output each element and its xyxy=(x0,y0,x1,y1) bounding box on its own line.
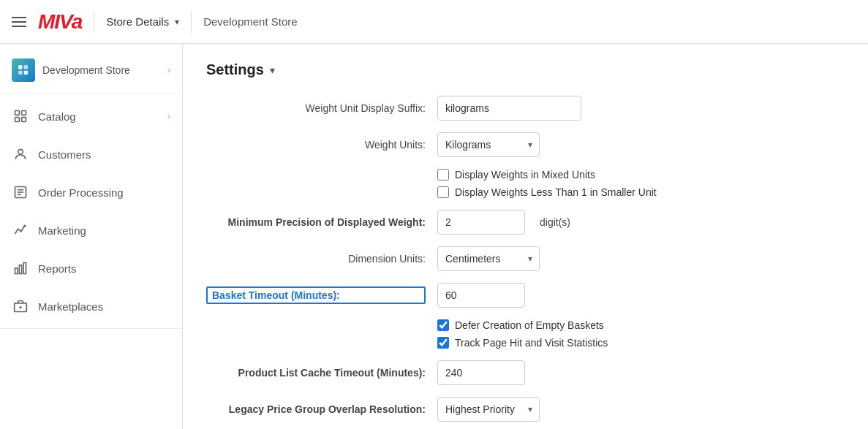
svg-rect-7 xyxy=(22,118,26,122)
product-cache-row: Product List Cache Timeout (Minutes): xyxy=(206,360,845,385)
weight-checkbox-group: Display Weights in Mixed Units Display W… xyxy=(437,169,657,198)
sidebar-item-label-order-processing: Order Processing xyxy=(38,186,124,199)
weight-unit-suffix-label: Weight Unit Display Suffix: xyxy=(206,102,426,114)
content-panel: Settings ▾ Weight Unit Display Suffix: W… xyxy=(183,44,868,429)
svg-rect-6 xyxy=(22,111,26,115)
display-mixed-row: Display Weights in Mixed Units xyxy=(437,169,657,181)
customers-icon xyxy=(12,145,29,163)
legacy-price-select-wrapper: Highest Priority Lowest Priority Average… xyxy=(437,397,540,422)
store-details-label: Store Details xyxy=(106,15,169,28)
dimension-units-select-wrapper: Centimeters Inches Meters Feet ▾ xyxy=(437,246,540,271)
sidebar-item-marketplaces[interactable]: Marketplaces xyxy=(0,287,182,325)
legacy-price-row: Legacy Price Group Overlap Resolution: H… xyxy=(206,397,845,422)
weight-checkboxes-row: Display Weights in Mixed Units Display W… xyxy=(206,169,845,198)
sidebar-store-name: Development Store xyxy=(42,64,130,76)
product-cache-input[interactable] xyxy=(437,360,525,385)
track-page-label: Track Page Hit and Visit Statistics xyxy=(455,337,608,349)
miva-logo: MIVa xyxy=(38,10,82,34)
min-precision-input[interactable] xyxy=(437,210,525,235)
display-less-row: Display Weights Less Than 1 in Smaller U… xyxy=(437,186,657,198)
basket-timeout-input[interactable] xyxy=(437,283,525,308)
layout: Development Store › Catalog › Customers … xyxy=(0,44,868,429)
weight-units-select-wrapper: Kilograms Pounds Grams Ounces ▾ xyxy=(437,132,540,157)
svg-rect-15 xyxy=(19,265,21,274)
basket-checkboxes-row: Defer Creation of Empty Baskets Track Pa… xyxy=(206,319,845,349)
sidebar-item-label-catalog: Catalog xyxy=(38,110,76,123)
sidebar-item-customers[interactable]: Customers xyxy=(0,135,182,173)
svg-rect-3 xyxy=(24,71,28,75)
display-mixed-label: Display Weights in Mixed Units xyxy=(455,169,595,181)
dimension-units-select[interactable]: Centimeters Inches Meters Feet xyxy=(437,246,540,271)
reports-icon xyxy=(12,259,29,277)
sidebar-item-reports[interactable]: Reports xyxy=(0,249,182,287)
svg-rect-5 xyxy=(15,118,20,122)
sidebar-item-label-marketplaces: Marketplaces xyxy=(38,300,103,313)
header: MIVa Store Details ▾ Development Store xyxy=(0,0,868,44)
svg-point-8 xyxy=(18,149,23,154)
display-mixed-checkbox[interactable] xyxy=(437,169,449,181)
settings-dropdown-icon[interactable]: ▾ xyxy=(270,64,275,76)
settings-header: Settings ▾ xyxy=(206,61,845,78)
header-divider-2 xyxy=(191,11,192,33)
sidebar-item-label-customers: Customers xyxy=(38,148,91,161)
track-page-checkbox[interactable] xyxy=(437,337,449,349)
defer-empty-label: Defer Creation of Empty Baskets xyxy=(455,319,604,331)
main-content: Settings ▾ Weight Unit Display Suffix: W… xyxy=(183,44,868,429)
sidebar-divider-2 xyxy=(0,328,182,329)
order-processing-icon xyxy=(12,183,29,201)
svg-rect-14 xyxy=(15,268,18,274)
svg-rect-0 xyxy=(18,65,22,69)
min-precision-label: Minimum Precision of Displayed Weight: xyxy=(206,216,426,228)
min-precision-row: Minimum Precision of Displayed Weight: d… xyxy=(206,210,845,235)
weight-units-select[interactable]: Kilograms Pounds Grams Ounces xyxy=(437,132,540,157)
display-less-label: Display Weights Less Than 1 in Smaller U… xyxy=(455,186,657,198)
marketplaces-icon xyxy=(12,297,29,315)
basket-timeout-row: Basket Timeout (Minutes): xyxy=(206,283,845,308)
defer-empty-checkbox[interactable] xyxy=(437,319,449,331)
sidebar-item-catalog[interactable]: Catalog › xyxy=(0,97,182,135)
sidebar-item-marketing[interactable]: Marketing xyxy=(0,211,182,249)
header-divider-1 xyxy=(94,11,94,33)
sidebar-store-chevron-icon: › xyxy=(167,65,170,75)
basket-timeout-label: Basket Timeout (Minutes): xyxy=(206,286,426,304)
store-details-arrow-icon: ▾ xyxy=(175,17,179,27)
sidebar-item-order-processing[interactable]: Order Processing xyxy=(0,173,182,211)
sidebar-item-label-reports: Reports xyxy=(38,262,77,275)
dimension-units-label: Dimension Units: xyxy=(206,253,426,265)
dev-store-label: Development Store xyxy=(203,15,297,28)
defer-empty-row: Defer Creation of Empty Baskets xyxy=(437,319,608,331)
svg-rect-16 xyxy=(23,263,26,274)
weight-units-row: Weight Units: Kilograms Pounds Grams Oun… xyxy=(206,132,845,157)
store-icon xyxy=(12,58,35,82)
sidebar: Development Store › Catalog › Customers … xyxy=(0,44,183,429)
weight-unit-suffix-row: Weight Unit Display Suffix: xyxy=(206,96,845,121)
display-less-checkbox[interactable] xyxy=(437,186,449,198)
dimension-units-row: Dimension Units: Centimeters Inches Mete… xyxy=(206,246,845,271)
svg-rect-4 xyxy=(15,111,20,115)
weight-unit-suffix-input[interactable] xyxy=(437,96,581,121)
catalog-icon xyxy=(12,107,29,125)
settings-title: Settings xyxy=(206,61,264,78)
track-page-row: Track Page Hit and Visit Statistics xyxy=(437,337,608,349)
sidebar-divider-1 xyxy=(0,94,182,94)
digit-suffix-label: digit(s) xyxy=(540,216,570,228)
svg-rect-1 xyxy=(18,71,22,75)
hamburger-button[interactable] xyxy=(12,17,26,27)
legacy-price-label: Legacy Price Group Overlap Resolution: xyxy=(206,403,426,415)
svg-point-13 xyxy=(23,225,26,227)
product-cache-label: Product List Cache Timeout (Minutes): xyxy=(206,367,426,379)
basket-checkbox-group: Defer Creation of Empty Baskets Track Pa… xyxy=(437,319,608,349)
sidebar-store-item[interactable]: Development Store › xyxy=(0,50,182,91)
svg-rect-2 xyxy=(24,65,28,69)
marketing-icon xyxy=(12,221,29,239)
catalog-chevron-icon: › xyxy=(167,111,170,121)
store-details-dropdown[interactable]: Store Details ▾ xyxy=(106,15,179,28)
sidebar-item-label-marketing: Marketing xyxy=(38,224,86,237)
weight-units-label: Weight Units: xyxy=(206,139,426,151)
legacy-price-select[interactable]: Highest Priority Lowest Priority Average xyxy=(437,397,540,422)
